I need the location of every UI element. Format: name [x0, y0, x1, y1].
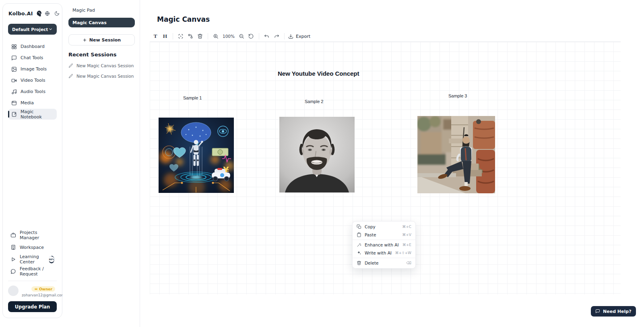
session-list-item[interactable]: New Magic Canvas Session [68, 63, 135, 68]
user-account-box[interactable]: Owner zoharvan12@gmail.com [8, 281, 57, 297]
export-button[interactable]: Export [288, 34, 310, 39]
chat-icon [11, 55, 17, 61]
avatar [8, 286, 19, 296]
need-help-button[interactable]: Need Help? [591, 306, 636, 317]
sample-2-image[interactable] [279, 117, 355, 192]
sidebar-item-image-tools[interactable]: Image Tools [8, 64, 57, 75]
context-menu: Copy ⌘+C Paste ⌘+V Enhance with AI ⌘+E W… [352, 221, 416, 269]
heading-tool-label: H [163, 33, 167, 39]
pencil-icon [68, 63, 73, 68]
toolbar-divider [208, 33, 208, 39]
sidebar-item-workspace[interactable]: Workspace [8, 242, 57, 252]
video-icon [11, 78, 17, 83]
export-label: Export [296, 34, 310, 39]
sidebar-item-label: Audio Tools [21, 89, 45, 94]
sample-3-image[interactable] [417, 116, 495, 193]
pencil-icon [68, 74, 73, 79]
text-tool-label: T [153, 33, 157, 39]
undo-button[interactable] [262, 31, 272, 41]
context-menu-write-with-ai[interactable]: Write with AI ⌘+⇧+W [353, 249, 415, 257]
new-session-button[interactable]: New Session [68, 34, 135, 46]
heading-tool-button[interactable]: H [160, 31, 170, 41]
sidebar-item-dashboard[interactable]: Dashboard [8, 41, 57, 52]
magic-wand-icon [357, 242, 361, 247]
sample-1-label[interactable]: Sample 1 [183, 95, 202, 100]
panel-item-magic-pad[interactable]: Magic Pad [68, 6, 135, 15]
sidebar-item-video-tools[interactable]: Video Tools [8, 75, 57, 86]
audio-icon [11, 89, 17, 95]
sidebar-item-audio-tools[interactable]: Audio Tools [8, 86, 57, 97]
copy-icon [357, 224, 361, 229]
context-item-label: Enhance with AI [365, 242, 399, 247]
session-list-item[interactable]: New Magic Canvas Session [68, 74, 135, 79]
reset-rotation-button[interactable] [246, 31, 256, 41]
sidebar: Kolbo.AI Default Project Dashboard Chat … [2, 3, 62, 318]
media-icon [11, 100, 17, 106]
canvas-toolbar: T H 100% Export [151, 31, 310, 41]
toolbar-divider [259, 33, 259, 39]
dark-mode-moon-icon[interactable] [54, 11, 60, 16]
context-item-label: Paste [365, 232, 376, 237]
context-menu-divider [353, 240, 415, 240]
sidebar-item-learning-center[interactable]: Learning Center 66% [8, 254, 57, 265]
context-menu-copy[interactable]: Copy ⌘+C [353, 223, 415, 231]
toolbar-divider [284, 33, 285, 39]
sparkles-icon [357, 250, 361, 255]
plus-icon [83, 38, 87, 42]
sidebar-item-label: Dashboard [21, 44, 45, 49]
sidebar-item-label: Learning Center [20, 254, 44, 265]
crown-icon [34, 287, 38, 291]
sidebar-item-label: Magic Notebook [21, 109, 54, 120]
sidebar-item-chat-tools[interactable]: Chat Tools [8, 52, 57, 63]
sidebar-item-projects-manager[interactable]: Projects Manager [8, 230, 57, 240]
context-item-shortcut: ⌫ [406, 261, 411, 265]
context-item-shortcut: ⌘+⇧+W [395, 251, 411, 255]
upgrade-plan-button[interactable]: Upgrade Plan [8, 301, 57, 312]
briefcase-icon [10, 232, 16, 238]
delete-tool-button[interactable] [195, 31, 205, 41]
trash-icon [357, 261, 361, 265]
context-item-label: Write with AI [365, 250, 392, 255]
magic-canvas-grid[interactable]: New Youtube Video Concept Sample 1 Sampl… [150, 41, 621, 294]
sample-2-label[interactable]: Sample 2 [305, 99, 323, 104]
zoom-out-button[interactable] [237, 31, 246, 41]
context-item-shortcut: ⌘+C [402, 225, 411, 229]
download-icon [288, 34, 293, 39]
context-menu-delete[interactable]: Delete ⌫ [353, 259, 415, 267]
sidebar-item-feedback-request[interactable]: Feedback / Request [8, 266, 57, 277]
flow-tool-button[interactable] [186, 31, 195, 41]
session-item-label: New Magic Canvas Session [76, 74, 134, 79]
sidebar-item-magic-notebook[interactable]: Magic Notebook [8, 109, 57, 120]
secondary-nav: Projects Manager Workspace Learning Cent… [8, 230, 57, 277]
image-icon [11, 66, 17, 72]
main-area: Magic Canvas T H 100% Export New Youtube… [140, 0, 644, 327]
zoom-level-indicator: 100% [221, 34, 237, 39]
recent-sessions-heading: Recent Sessions [68, 52, 135, 58]
sidebar-item-label: Feedback / Request [20, 266, 54, 277]
sample-1-image[interactable]: ¥ [159, 118, 234, 193]
text-tool-button[interactable]: T [151, 31, 160, 41]
language-globe-icon[interactable] [45, 11, 50, 16]
redo-button[interactable] [272, 31, 281, 41]
session-item-label: New Magic Canvas Session [76, 63, 134, 68]
context-menu-enhance-with-ai[interactable]: Enhance with AI ⌘+E [353, 241, 415, 249]
panel-item-magic-canvas[interactable]: Magic Canvas [68, 18, 135, 27]
context-menu-paste[interactable]: Paste ⌘+V [353, 231, 415, 239]
chevron-down-icon [48, 27, 53, 31]
owner-badge-label: Owner [39, 287, 52, 291]
page-title: Magic Canvas [157, 15, 210, 23]
zoom-in-button[interactable] [211, 31, 221, 41]
project-selector[interactable]: Default Project [8, 24, 57, 35]
sample-3-label[interactable]: Sample 3 [448, 93, 467, 98]
play-icon [10, 257, 16, 262]
sidebar-item-label: Image Tools [21, 66, 47, 72]
logo-text: Kolbo.AI [8, 10, 33, 17]
paste-icon [357, 232, 361, 237]
owner-badge: Owner [31, 286, 55, 292]
canvas-heading-text[interactable]: New Youtube Video Concept [278, 70, 359, 77]
need-help-label: Need Help? [603, 309, 632, 314]
select-tool-button[interactable] [176, 31, 186, 41]
sidebar-item-media[interactable]: Media [8, 97, 57, 108]
building-icon [10, 244, 16, 250]
project-selector-label: Default Project [12, 27, 48, 32]
